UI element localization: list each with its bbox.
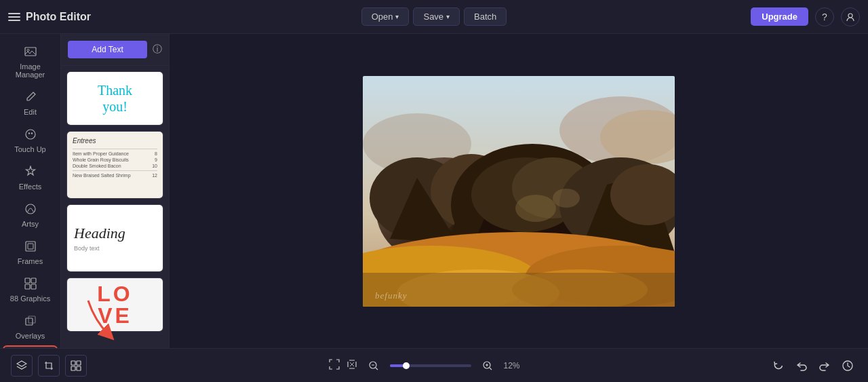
zoom-in-button[interactable] xyxy=(478,356,497,375)
panel-items: Thankyou! Entrees Item with Proper Guida… xyxy=(61,66,169,348)
redo-button[interactable] xyxy=(815,356,834,375)
heading-card: Heading Body text xyxy=(67,205,163,271)
svg-rect-10 xyxy=(31,278,36,283)
svg-rect-7 xyxy=(26,242,35,251)
app-title: Photo Editor xyxy=(26,11,91,23)
svg-rect-11 xyxy=(25,284,30,289)
info-icon[interactable]: ⓘ xyxy=(153,43,162,56)
list-item[interactable]: Thankyou! xyxy=(66,71,163,126)
layers-button[interactable] xyxy=(11,355,33,377)
svg-point-2 xyxy=(27,50,29,52)
svg-rect-13 xyxy=(26,318,33,325)
zoom-percent: 12% xyxy=(504,361,528,370)
topbar-left: Photo Editor xyxy=(8,11,361,23)
sidebar-item-touch-up[interactable]: Touch Up xyxy=(4,123,56,159)
layout-button[interactable] xyxy=(65,355,87,377)
touch-up-icon xyxy=(24,128,37,143)
list-item[interactable]: LO VE xyxy=(66,278,163,332)
bottom-center-controls: 12% xyxy=(92,356,764,375)
sidebar-item-artsy[interactable]: Artsy xyxy=(4,197,56,233)
help-icon[interactable]: ? xyxy=(815,7,834,26)
sidebar-item-label-image-manager: Image Manager xyxy=(7,62,54,79)
graphics-icon xyxy=(24,278,37,292)
overlays-icon xyxy=(24,315,37,330)
fit-view-button[interactable] xyxy=(329,359,340,372)
effects-icon xyxy=(24,166,37,180)
topbar-center: Open ▾ Save ▾ Batch xyxy=(361,7,507,26)
topbar: Photo Editor Open ▾ Save ▾ Batch Upgrade… xyxy=(0,0,868,34)
sidebar-item-edit[interactable]: Edit xyxy=(4,85,56,121)
zoom-slider[interactable] xyxy=(390,364,471,367)
sidebar-item-label-effects: Effects xyxy=(19,183,41,191)
history-button[interactable] xyxy=(838,356,857,375)
bottom-right-controls xyxy=(769,356,857,375)
svg-point-6 xyxy=(26,204,35,214)
svg-rect-40 xyxy=(71,361,75,365)
artsy-icon xyxy=(24,203,37,218)
sidebar-item-graphics[interactable]: 88 Graphics xyxy=(4,272,56,308)
batch-button[interactable]: Batch xyxy=(464,7,507,26)
open-button[interactable]: Open ▾ xyxy=(361,7,410,26)
svg-rect-1 xyxy=(25,47,36,56)
zoom-out-button[interactable] xyxy=(364,356,383,375)
list-item[interactable]: Entrees Item with Proper Guidance8 Whole… xyxy=(66,131,163,199)
sidebar-nav: Image Manager Edit Touch Up xyxy=(0,34,61,348)
save-button[interactable]: Save ▾ xyxy=(413,7,460,26)
svg-rect-43 xyxy=(77,366,81,370)
sidebar-item-effects[interactable]: Effects xyxy=(4,160,56,196)
menu-card: Entrees Item with Proper Guidance8 Whole… xyxy=(67,132,163,198)
sidebar-item-label-frames: Frames xyxy=(18,257,43,265)
refresh-button[interactable] xyxy=(769,356,788,375)
svg-point-4 xyxy=(28,132,29,134)
sidebar-item-label-edit: Edit xyxy=(24,108,37,116)
frames-icon xyxy=(24,240,37,255)
svg-point-36 xyxy=(515,195,556,222)
sidebar-item-label-graphics: 88 Graphics xyxy=(10,294,50,303)
text-panel: Add Text ⓘ Thankyou! Entrees Item with P… xyxy=(61,34,170,348)
svg-point-5 xyxy=(31,132,32,134)
panel-header: Add Text ⓘ xyxy=(61,34,169,66)
hamburger-menu[interactable] xyxy=(8,13,20,21)
main-content: Image Manager Edit Touch Up xyxy=(0,34,868,348)
upgrade-button[interactable]: Upgrade xyxy=(751,7,808,26)
svg-rect-12 xyxy=(31,284,36,289)
canvas-image: befunky xyxy=(363,76,675,307)
edit-icon xyxy=(24,91,37,106)
list-item[interactable]: Heading Body text xyxy=(66,204,163,272)
svg-rect-38 xyxy=(363,273,675,307)
svg-rect-8 xyxy=(28,244,33,249)
sidebar-item-label-touch-up: Touch Up xyxy=(14,145,45,153)
svg-rect-42 xyxy=(71,366,75,370)
svg-point-37 xyxy=(553,189,580,208)
sidebar-item-image-manager[interactable]: Image Manager xyxy=(4,40,56,84)
svg-rect-9 xyxy=(25,278,30,283)
actual-size-button[interactable] xyxy=(347,359,357,372)
svg-rect-14 xyxy=(28,316,35,323)
svg-text:befunky: befunky xyxy=(375,290,407,301)
sidebar-item-overlays[interactable]: Overlays xyxy=(4,309,56,345)
undo-button[interactable] xyxy=(792,356,811,375)
love-card: LO VE xyxy=(67,278,163,331)
bottom-left-controls xyxy=(11,355,87,377)
svg-point-3 xyxy=(26,130,35,139)
sidebar-item-label-artsy: Artsy xyxy=(22,220,39,228)
add-text-button[interactable]: Add Text xyxy=(68,41,147,58)
sidebar-item-label-overlays: Overlays xyxy=(16,332,45,340)
bottombar: 12% xyxy=(0,348,868,382)
sidebar-item-frames[interactable]: Frames xyxy=(4,235,56,271)
thankyou-text: Thankyou! xyxy=(98,82,132,115)
svg-rect-41 xyxy=(77,361,81,365)
image-manager-icon xyxy=(24,45,37,60)
svg-point-0 xyxy=(848,14,852,18)
user-icon[interactable] xyxy=(841,7,860,26)
topbar-right: Upgrade ? xyxy=(507,7,860,26)
canvas-area: befunky xyxy=(170,34,868,348)
crop-button[interactable] xyxy=(38,355,60,377)
